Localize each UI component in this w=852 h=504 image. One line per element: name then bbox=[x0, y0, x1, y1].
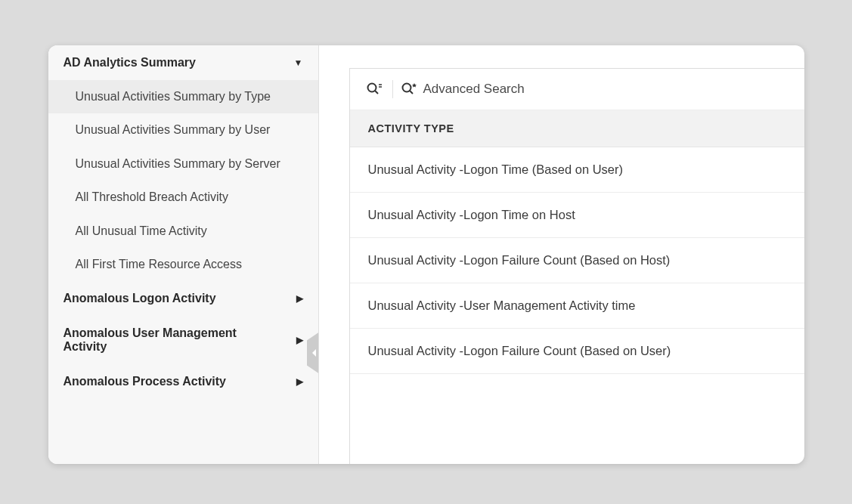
search-bar: Advanced Search bbox=[350, 69, 804, 110]
table-row[interactable]: Unusual Activity -Logon Failure Count (B… bbox=[350, 329, 804, 374]
sidebar-item-summary-by-type[interactable]: Unusual Activities Summary by Type bbox=[48, 80, 318, 113]
table-row[interactable]: Unusual Activity -User Management Activi… bbox=[350, 283, 804, 329]
sidebar: AD Analytics Summary ▼ Unusual Activitie… bbox=[48, 45, 319, 464]
chevron-right-icon: ▶ bbox=[296, 293, 303, 304]
sidebar-item-label: All First Time Resource Access bbox=[76, 258, 243, 271]
activity-type-cell: Unusual Activity -Logon Time on Host bbox=[368, 208, 575, 221]
search-toggle-button[interactable] bbox=[364, 79, 385, 99]
activity-type-cell: Unusual Activity -Logon Time (Based on U… bbox=[368, 162, 624, 176]
svg-point-4 bbox=[402, 84, 411, 92]
sidebar-item-first-time-access[interactable]: All First Time Resource Access bbox=[48, 248, 318, 281]
svg-line-5 bbox=[410, 91, 413, 94]
activity-type-cell: Unusual Activity -Logon Failure Count (B… bbox=[368, 253, 671, 267]
search-filter-icon bbox=[366, 82, 383, 97]
table-row[interactable]: Unusual Activity -Logon Time (Based on U… bbox=[350, 147, 804, 193]
sidebar-section-anomalous-process[interactable]: Anomalous Process Activity ▶ bbox=[48, 364, 318, 399]
advanced-search-button[interactable]: Advanced Search bbox=[401, 82, 525, 97]
sidebar-item-label: All Threshold Breach Activity bbox=[76, 190, 228, 203]
sidebar-section-label: Anomalous Logon Activity bbox=[64, 292, 216, 305]
sidebar-item-label: Unusual Activities Summary by Type bbox=[76, 90, 271, 103]
svg-point-0 bbox=[367, 84, 376, 92]
sidebar-item-label: All Unusual Time Activity bbox=[76, 224, 207, 237]
divider bbox=[392, 80, 393, 98]
sidebar-section-label: AD Analytics Summary bbox=[64, 56, 196, 70]
search-star-icon bbox=[401, 82, 417, 97]
sidebar-section-label: Anomalous Process Activity bbox=[64, 375, 226, 388]
sidebar-item-unusual-time[interactable]: All Unusual Time Activity bbox=[48, 215, 318, 248]
sidebar-section-ad-analytics[interactable]: AD Analytics Summary ▼ bbox=[48, 45, 318, 80]
sidebar-section-anomalous-user-mgmt[interactable]: Anomalous User Management Activity ▶ bbox=[48, 316, 318, 364]
activity-type-cell: Unusual Activity -User Management Activi… bbox=[368, 298, 636, 312]
app-container: AD Analytics Summary ▼ Unusual Activitie… bbox=[48, 45, 804, 464]
sidebar-section-label: Anomalous User Management Activity bbox=[64, 326, 275, 354]
advanced-search-label: Advanced Search bbox=[423, 82, 525, 97]
chevron-right-icon: ▶ bbox=[296, 335, 303, 345]
chevron-right-icon: ▶ bbox=[296, 376, 303, 387]
column-header-label: ACTIVITY TYPE bbox=[368, 122, 454, 135]
sidebar-item-label: Unusual Activities Summary by User bbox=[76, 123, 271, 136]
table-header-activity-type[interactable]: ACTIVITY TYPE bbox=[350, 110, 804, 147]
sidebar-item-label: Unusual Activities Summary by Server bbox=[76, 157, 280, 170]
table-row[interactable]: Unusual Activity -Logon Failure Count (B… bbox=[350, 238, 804, 283]
content-panel: Advanced Search ACTIVITY TYPE Unusual Ac… bbox=[349, 68, 804, 464]
table-row[interactable]: Unusual Activity -Logon Time on Host bbox=[350, 193, 804, 238]
sidebar-section-anomalous-logon[interactable]: Anomalous Logon Activity ▶ bbox=[48, 281, 318, 316]
chevron-down-icon: ▼ bbox=[294, 57, 303, 68]
sidebar-item-summary-by-server[interactable]: Unusual Activities Summary by Server bbox=[48, 147, 318, 181]
sidebar-item-summary-by-user[interactable]: Unusual Activities Summary by User bbox=[48, 113, 318, 147]
sidebar-item-threshold-breach[interactable]: All Threshold Breach Activity bbox=[48, 181, 318, 214]
main-content: Advanced Search ACTIVITY TYPE Unusual Ac… bbox=[319, 45, 804, 464]
activity-type-cell: Unusual Activity -Logon Failure Count (B… bbox=[368, 344, 671, 357]
svg-line-1 bbox=[375, 91, 378, 94]
